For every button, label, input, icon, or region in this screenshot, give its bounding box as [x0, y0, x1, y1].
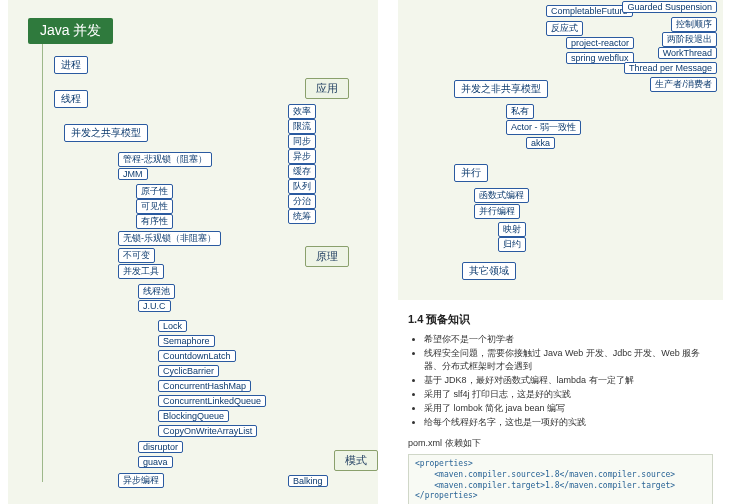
node-private: 私有 [506, 104, 534, 119]
app-item: 限流 [288, 119, 316, 134]
node-jmm: JMM [118, 168, 148, 180]
node-thread: 线程 [54, 90, 88, 108]
node-other: 其它领域 [462, 262, 516, 280]
prereq-item: 给每个线程好名字，这也是一项好的实践 [424, 416, 713, 429]
root-node: Java 并发 [28, 18, 113, 44]
node-threadpool: 线程池 [138, 284, 175, 299]
jmm-child: 有序性 [136, 214, 173, 229]
node-akka: akka [526, 137, 555, 149]
app-item: 缓存 [288, 164, 316, 179]
node-reduce: 归约 [498, 237, 526, 252]
node-tools: 并发工具 [118, 264, 164, 279]
col-item: 控制顺序 [671, 17, 717, 32]
node-reactor: project-reactor [566, 37, 634, 49]
juc-item: Lock [158, 320, 187, 332]
prereq-item: 希望你不是一个初学者 [424, 333, 713, 346]
col-item: 两阶段退出 [662, 32, 717, 47]
node-guava: guava [138, 456, 173, 468]
juc-item: Semaphore [158, 335, 215, 347]
node-map: 映射 [498, 222, 526, 237]
node-juc: J.U.C [138, 300, 171, 312]
juc-item: ConcurrentLinkedQueue [158, 395, 266, 407]
topic-principle: 原理 [305, 246, 349, 267]
node-pp: 并行编程 [474, 204, 520, 219]
node-fp: 函数式编程 [474, 188, 529, 203]
node-casfree: 无锁-乐观锁（非阻塞） [118, 231, 221, 246]
article-heading: 1.4 预备知识 [408, 312, 713, 327]
node-parallel: 并行 [454, 164, 488, 182]
node-nonshared: 并发之非共享模型 [454, 80, 548, 98]
juc-item: CopyOnWriteArrayList [158, 425, 257, 437]
node-disruptor: disruptor [138, 441, 183, 453]
col-item: 生产者/消费者 [650, 77, 717, 92]
node-shared-model: 并发之共享模型 [64, 124, 148, 142]
juc-item: ConcurrentHashMap [158, 380, 251, 392]
node-cf: CompletableFuture [546, 5, 633, 17]
prereq-item: 基于 JDK8，最好对函数式编程、lambda 有一定了解 [424, 374, 713, 387]
node-actor: Actor - 弱一致性 [506, 120, 581, 135]
col-item: Thread per Message [624, 62, 717, 74]
prereq-list: 希望你不是一个初学者 线程安全问题，需要你接触过 Java Web 开发、Jdb… [424, 333, 713, 429]
app-item: 队列 [288, 179, 316, 194]
col-item: WorkThread [658, 47, 717, 59]
app-item: 同步 [288, 134, 316, 149]
jmm-child: 原子性 [136, 184, 173, 199]
pom-label: pom.xml 依赖如下 [408, 437, 713, 450]
jmm-child: 可见性 [136, 199, 173, 214]
app-item: 分治 [288, 194, 316, 209]
app-item: 统筹 [288, 209, 316, 224]
mindmap-right: CompletableFuture 反应式 project-reactor sp… [398, 0, 723, 504]
article: 1.4 预备知识 希望你不是一个初学者 线程安全问题，需要你接触过 Java W… [398, 300, 723, 504]
mindmap-left: Java 并发 进程 线程 并发之共享模型 管程-悲观锁（阻塞） JMM 原子性… [8, 0, 378, 504]
app-item: 效率 [288, 104, 316, 119]
prereq-item: 采用了 lombok 简化 java bean 编写 [424, 402, 713, 415]
topic-application: 应用 [305, 78, 349, 99]
col-item: Guarded Suspension [622, 1, 717, 13]
juc-item: CountdownLatch [158, 350, 236, 362]
code-block: <properties> <maven.compiler.source>1.8<… [408, 454, 713, 504]
node-reactive: 反应式 [546, 21, 583, 36]
node-process: 进程 [54, 56, 88, 74]
node-balking: Balking [288, 475, 328, 487]
prereq-item: 采用了 slf4j 打印日志，这是好的实践 [424, 388, 713, 401]
node-monitor: 管程-悲观锁（阻塞） [118, 152, 212, 167]
juc-item: BlockingQueue [158, 410, 229, 422]
node-async: 异步编程 [118, 473, 164, 488]
prereq-item: 线程安全问题，需要你接触过 Java Web 开发、Jdbc 开发、Web 服务… [424, 347, 713, 373]
app-item: 异步 [288, 149, 316, 164]
juc-item: CyclicBarrier [158, 365, 219, 377]
node-immutable: 不可变 [118, 248, 155, 263]
topic-pattern: 模式 [334, 450, 378, 471]
